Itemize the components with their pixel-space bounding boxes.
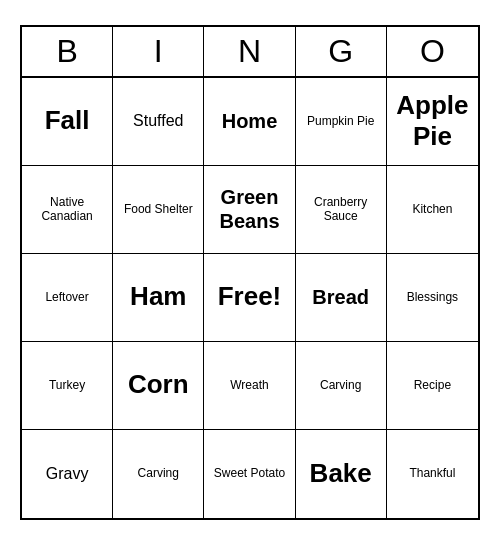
- cell-text-r2-c4: Blessings: [407, 290, 458, 304]
- bingo-cell-r0-c3: Pumpkin Pie: [296, 78, 387, 166]
- cell-text-r4-c1: Carving: [138, 466, 179, 480]
- bingo-grid: FallStuffedHomePumpkin PieApple PieNativ…: [22, 78, 478, 518]
- cell-text-r3-c3: Carving: [320, 378, 361, 392]
- bingo-cell-r1-c2: Green Beans: [204, 166, 295, 254]
- cell-text-r4-c3: Bake: [310, 458, 372, 489]
- cell-text-r3-c2: Wreath: [230, 378, 268, 392]
- cell-text-r2-c3: Bread: [312, 285, 369, 309]
- cell-text-r1-c0: Native Canadian: [26, 195, 108, 224]
- bingo-cell-r4-c4: Thankful: [387, 430, 478, 518]
- header-letter-g: G: [296, 27, 387, 76]
- bingo-cell-r3-c1: Corn: [113, 342, 204, 430]
- bingo-cell-r2-c4: Blessings: [387, 254, 478, 342]
- cell-text-r0-c2: Home: [222, 109, 278, 133]
- header-letter-i: I: [113, 27, 204, 76]
- bingo-cell-r1-c3: Cranberry Sauce: [296, 166, 387, 254]
- header-letter-n: N: [204, 27, 295, 76]
- cell-text-r0-c1: Stuffed: [133, 111, 183, 130]
- bingo-cell-r3-c4: Recipe: [387, 342, 478, 430]
- bingo-cell-r2-c0: Leftover: [22, 254, 113, 342]
- bingo-cell-r3-c2: Wreath: [204, 342, 295, 430]
- bingo-cell-r1-c0: Native Canadian: [22, 166, 113, 254]
- cell-text-r4-c2: Sweet Potato: [214, 466, 285, 480]
- cell-text-r4-c4: Thankful: [409, 466, 455, 480]
- cell-text-r1-c4: Kitchen: [412, 202, 452, 216]
- bingo-cell-r3-c3: Carving: [296, 342, 387, 430]
- bingo-cell-r0-c2: Home: [204, 78, 295, 166]
- bingo-cell-r4-c1: Carving: [113, 430, 204, 518]
- header-letter-b: B: [22, 27, 113, 76]
- bingo-card: BINGO FallStuffedHomePumpkin PieApple Pi…: [20, 25, 480, 520]
- header-letter-o: O: [387, 27, 478, 76]
- cell-text-r2-c1: Ham: [130, 281, 186, 312]
- cell-text-r4-c0: Gravy: [46, 464, 89, 483]
- cell-text-r1-c2: Green Beans: [208, 185, 290, 233]
- cell-text-r2-c2: Free!: [218, 281, 282, 312]
- bingo-header: BINGO: [22, 27, 478, 78]
- bingo-cell-r4-c0: Gravy: [22, 430, 113, 518]
- bingo-cell-r3-c0: Turkey: [22, 342, 113, 430]
- bingo-cell-r1-c1: Food Shelter: [113, 166, 204, 254]
- bingo-cell-r0-c0: Fall: [22, 78, 113, 166]
- bingo-cell-r4-c2: Sweet Potato: [204, 430, 295, 518]
- cell-text-r0-c3: Pumpkin Pie: [307, 114, 374, 128]
- cell-text-r1-c1: Food Shelter: [124, 202, 193, 216]
- cell-text-r0-c0: Fall: [45, 105, 90, 136]
- cell-text-r1-c3: Cranberry Sauce: [300, 195, 382, 224]
- cell-text-r2-c0: Leftover: [45, 290, 88, 304]
- cell-text-r3-c4: Recipe: [414, 378, 451, 392]
- bingo-cell-r0-c1: Stuffed: [113, 78, 204, 166]
- cell-text-r0-c4: Apple Pie: [391, 90, 474, 152]
- bingo-cell-r4-c3: Bake: [296, 430, 387, 518]
- bingo-cell-r0-c4: Apple Pie: [387, 78, 478, 166]
- cell-text-r3-c0: Turkey: [49, 378, 85, 392]
- bingo-cell-r2-c2: Free!: [204, 254, 295, 342]
- bingo-cell-r2-c3: Bread: [296, 254, 387, 342]
- bingo-cell-r1-c4: Kitchen: [387, 166, 478, 254]
- cell-text-r3-c1: Corn: [128, 369, 189, 400]
- bingo-cell-r2-c1: Ham: [113, 254, 204, 342]
